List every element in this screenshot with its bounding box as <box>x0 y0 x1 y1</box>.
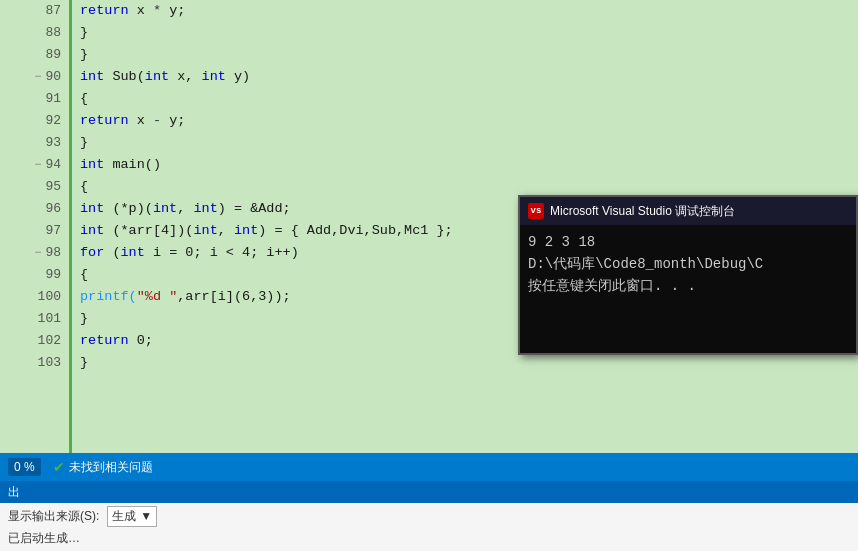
output-log-text: 已启动生成… <box>8 530 80 547</box>
code-editor: 878889−90919293−94959697−989910010110210… <box>0 0 858 453</box>
output-header: 出 <box>0 481 858 503</box>
status-item-issues: ✔ 未找到相关问题 <box>53 459 153 476</box>
console-line: D:\代码库\Code8_month\Debug\C <box>528 253 848 275</box>
output-log-row: 已启动生成… <box>8 527 850 549</box>
line-num: 101 <box>0 308 69 330</box>
code-line: int main() <box>80 154 858 176</box>
console-titlebar: vs Microsoft Visual Studio 调试控制台 <box>520 197 856 225</box>
line-num: 95 <box>0 176 69 198</box>
output-source-value: 生成 <box>112 508 136 525</box>
output-panel: 出 显示输出来源(S): 生成 ▼ 已启动生成… <box>0 481 858 551</box>
output-content: 显示输出来源(S): 生成 ▼ 已启动生成… <box>0 503 858 551</box>
line-num: 96 <box>0 198 69 220</box>
console-body: 9 2 3 18D:\代码库\Code8_month\Debug\C按任意键关闭… <box>520 225 856 353</box>
check-icon: ✔ <box>53 459 65 475</box>
line-num: 103 <box>0 352 69 374</box>
console-line: 按任意键关闭此窗口. . . <box>528 275 848 297</box>
status-bar: 0 % ✔ 未找到相关问题 <box>0 453 858 481</box>
line-num: 92 <box>0 110 69 132</box>
dropdown-arrow-icon: ▼ <box>140 509 152 523</box>
code-line: } <box>80 352 858 374</box>
line-num: 91 <box>0 88 69 110</box>
console-logo-icon: vs <box>528 203 544 219</box>
code-line: return x - y; <box>80 110 858 132</box>
code-line: return x * y; <box>80 0 858 22</box>
line-num: −90 <box>0 66 69 88</box>
line-num: 99 <box>0 264 69 286</box>
code-line: { <box>80 88 858 110</box>
code-line: } <box>80 22 858 44</box>
console-title: Microsoft Visual Studio 调试控制台 <box>550 203 735 220</box>
line-num: 97 <box>0 220 69 242</box>
line-num: 88 <box>0 22 69 44</box>
line-numbers: 878889−90919293−94959697−989910010110210… <box>0 0 72 453</box>
line-num: −98 <box>0 242 69 264</box>
line-num: 93 <box>0 132 69 154</box>
console-line: 9 2 3 18 <box>528 231 848 253</box>
line-num: 102 <box>0 330 69 352</box>
code-line: } <box>80 132 858 154</box>
line-num: 87 <box>0 0 69 22</box>
main-container: 878889−90919293−94959697−989910010110210… <box>0 0 858 551</box>
output-source-row: 显示输出来源(S): 生成 ▼ <box>8 505 850 527</box>
status-issues-label: 未找到相关问题 <box>69 459 153 476</box>
zoom-display[interactable]: 0 % <box>8 458 41 476</box>
output-source-label: 显示输出来源(S): <box>8 508 99 525</box>
output-tab-label[interactable]: 出 <box>8 484 20 501</box>
line-num: 89 <box>0 44 69 66</box>
output-source-dropdown[interactable]: 生成 ▼ <box>107 506 157 527</box>
code-line: int Sub(int x, int y) <box>80 66 858 88</box>
line-num: −94 <box>0 154 69 176</box>
console-window: vs Microsoft Visual Studio 调试控制台 9 2 3 1… <box>518 195 858 355</box>
line-num: 100 <box>0 286 69 308</box>
code-line: } <box>80 44 858 66</box>
